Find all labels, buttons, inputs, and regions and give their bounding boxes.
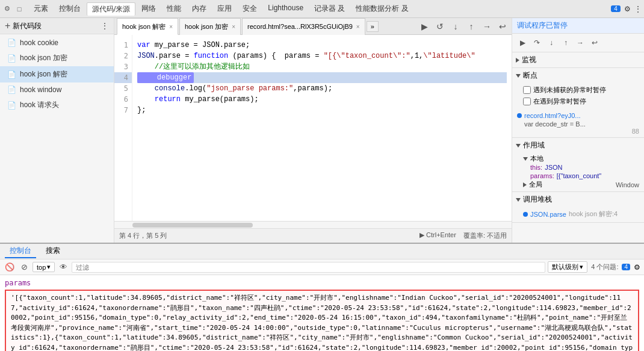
settings-icon[interactable]: ⚙ bbox=[624, 5, 631, 13]
menu-bar: ⚙ □ 元素 控制台 源代码/来源 网络 性能 内存 应用 安全 Lightho… bbox=[0, 0, 644, 18]
cursor-position: 第 4 行，第 5 列 bbox=[119, 231, 167, 240]
refresh-button[interactable]: ↺ bbox=[433, 20, 447, 33]
menu-security[interactable]: 安全 bbox=[238, 2, 262, 16]
step-back-button[interactable]: ↩ bbox=[496, 20, 509, 33]
console-filter-button[interactable]: ⊘ bbox=[18, 261, 30, 273]
breakpoint-exception: 在遇到异常时暂停 bbox=[523, 96, 639, 107]
tab-more-button[interactable]: » bbox=[367, 21, 379, 32]
menu-perf-insights[interactable]: 性能数据分析 及 bbox=[351, 2, 413, 16]
step-over-button[interactable]: ↷ bbox=[530, 36, 543, 49]
console-content: params '[{"taxon_count":1,"latitude":34.… bbox=[0, 275, 644, 351]
callstack-file: hook json 解密:4 bbox=[569, 210, 618, 219]
step-right-button[interactable]: → bbox=[480, 20, 494, 33]
callstack-collapse-icon bbox=[516, 198, 521, 202]
breakpoint-exception-checkbox[interactable] bbox=[523, 98, 531, 105]
line-num-6: 6 bbox=[114, 94, 132, 105]
watch-collapse-icon bbox=[516, 58, 519, 63]
sidebar-more-button[interactable]: ⋮ bbox=[101, 21, 109, 31]
main-area: + 新代码段 ⋮ 📄 hook cookie 📄 hook json 加密 📄 … bbox=[0, 18, 644, 243]
sidebar-item-hook-request[interactable]: 📄 hook 请求头 bbox=[0, 97, 114, 113]
tab-hook-json-decode[interactable]: hook json 解密 × bbox=[117, 18, 178, 35]
file-icon: 📄 bbox=[7, 39, 16, 47]
callstack-fn[interactable]: JSON.parse bbox=[530, 211, 566, 218]
file-icon: 📄 bbox=[7, 54, 16, 63]
console-tabs: 控制台 搜索 bbox=[0, 244, 644, 259]
tab-close-button[interactable]: × bbox=[169, 23, 173, 30]
watch-section-header[interactable]: 监视 bbox=[512, 52, 644, 67]
sidebar-item-hook-json-add[interactable]: 📄 hook json 加密 bbox=[0, 50, 114, 66]
resume-button[interactable]: ▶ bbox=[516, 36, 529, 49]
editor-scrollbar[interactable] bbox=[114, 221, 512, 228]
issues-count-badge[interactable]: 4 bbox=[622, 264, 630, 270]
tab-close-button[interactable]: × bbox=[232, 23, 235, 30]
line-num-1: 1 bbox=[114, 40, 132, 51]
tab-console[interactable]: 控制台 bbox=[5, 244, 36, 258]
console-right-tools: 默认级别 ▾ 4 个问题: 4 ⚙ bbox=[548, 261, 640, 273]
tab-hook-json-add[interactable]: hook json 加密 × bbox=[179, 18, 241, 35]
scope-local[interactable]: 本地 bbox=[523, 154, 639, 163]
level-dropdown-icon: ▾ bbox=[580, 263, 583, 271]
sidebar-item-hook-json-decode[interactable]: 📄 hook json 解密 bbox=[0, 66, 114, 82]
right-icons: 4 ⚙ ⋮ bbox=[611, 5, 642, 13]
callstack-detail: var decode_str = B... bbox=[517, 120, 639, 128]
scope-global[interactable]: 全局 Window bbox=[523, 180, 639, 189]
menu-memory[interactable]: 内存 bbox=[187, 2, 211, 16]
breakpoint-uncaught-label: 遇到未捕获的异常时暂停 bbox=[533, 85, 606, 95]
debug-controls: ▶ ↷ ↓ ↑ → ↩ bbox=[512, 34, 644, 52]
sidebar-items: 📄 hook cookie 📄 hook json 加密 📄 hook json… bbox=[0, 34, 114, 243]
breakpoints-collapse-icon bbox=[516, 74, 521, 78]
breakpoint-uncaught-checkbox[interactable] bbox=[523, 86, 531, 94]
step-out-button[interactable]: ↑ bbox=[559, 36, 572, 49]
step-button[interactable]: → bbox=[574, 36, 587, 49]
step-up-button[interactable]: ↑ bbox=[465, 20, 478, 33]
scope-local-label: 本地 bbox=[530, 154, 543, 163]
run-label[interactable]: ▶ Ctrl+Enter bbox=[420, 231, 456, 240]
code-editor[interactable]: var my_parse = JSON.parse; JSON.parse = … bbox=[132, 35, 512, 221]
tab-record-html[interactable]: record.html?sea...RlX3R5cGUiOjB9 × bbox=[242, 18, 365, 35]
sidebar: + 新代码段 ⋮ 📄 hook cookie 📄 hook json 加密 📄 … bbox=[0, 18, 114, 243]
tab-close-button[interactable]: × bbox=[356, 23, 360, 30]
step-down-button[interactable]: ↓ bbox=[449, 20, 462, 33]
console-level-selector[interactable]: 默认级别 ▾ bbox=[548, 261, 587, 273]
menu-lighthouse[interactable]: Lighthouse bbox=[263, 2, 308, 16]
breakpoints-header[interactable]: 断点 bbox=[512, 68, 644, 83]
scope-header[interactable]: 作用域 bbox=[512, 138, 644, 153]
tab-search[interactable]: 搜索 bbox=[41, 244, 65, 258]
step-into-button[interactable]: ↓ bbox=[545, 36, 558, 49]
line-num-7: 7 bbox=[114, 105, 132, 116]
menu-performance[interactable]: 性能 bbox=[162, 2, 186, 16]
console-settings-icon[interactable]: ⚙ bbox=[634, 263, 640, 272]
add-snippet-button[interactable]: + bbox=[5, 20, 10, 31]
console-output-value: '[{"taxon_count":1,"latitude":34.89605,"… bbox=[5, 290, 639, 351]
sidebar-item-hook-window[interactable]: 📄 hook window bbox=[0, 82, 114, 97]
sidebar-item-label: hook window bbox=[20, 85, 61, 94]
code-line-2: JSON.parse = function (params) { params … bbox=[137, 51, 507, 61]
scope-val: JSON bbox=[545, 164, 562, 171]
menu-sources[interactable]: 源代码/来源 bbox=[87, 2, 135, 16]
sidebar-item-hook-cookie[interactable]: 📄 hook cookie bbox=[0, 36, 114, 50]
console-clear-button[interactable]: 🚫 bbox=[4, 261, 16, 273]
run-button[interactable]: ▶ bbox=[418, 20, 431, 33]
console-context-selector[interactable]: top ▾ bbox=[33, 262, 55, 272]
menu-elements[interactable]: 元素 bbox=[29, 2, 53, 16]
console-filter-input[interactable] bbox=[72, 262, 545, 273]
menu-application[interactable]: 应用 bbox=[212, 2, 237, 16]
level-label: 默认级别 bbox=[552, 262, 578, 272]
scope-params: params: [{"taxon_count" bbox=[530, 172, 639, 180]
callstack-header[interactable]: 调用堆栈 bbox=[512, 192, 644, 207]
menu-console[interactable]: 控制台 bbox=[54, 2, 85, 16]
editor-footer: 第 4 行，第 5 列 ▶ Ctrl+Enter 覆盖率: 不适用 bbox=[114, 228, 512, 243]
code-line-3: //这里可以添加其他逻辑比如 bbox=[137, 61, 507, 72]
scroll-thumb[interactable] bbox=[132, 223, 253, 228]
menu-recorder[interactable]: 记录器 及 bbox=[309, 2, 350, 16]
menu-icons: ⚙ □ bbox=[2, 4, 24, 14]
console-eye-button[interactable]: 👁 bbox=[57, 261, 69, 273]
issues-badge[interactable]: 4 bbox=[611, 5, 621, 12]
deactivate-button[interactable]: ↩ bbox=[588, 36, 601, 49]
menu-network[interactable]: 网络 bbox=[137, 2, 161, 16]
sidebar-item-label: hook 请求头 bbox=[20, 100, 59, 110]
more-icon[interactable]: ⋮ bbox=[634, 5, 642, 13]
callstack-file-link[interactable]: record.html?eyJ0... bbox=[524, 112, 581, 119]
scope-collapse-icon bbox=[516, 144, 521, 148]
line-num-4: 4 bbox=[114, 72, 132, 83]
